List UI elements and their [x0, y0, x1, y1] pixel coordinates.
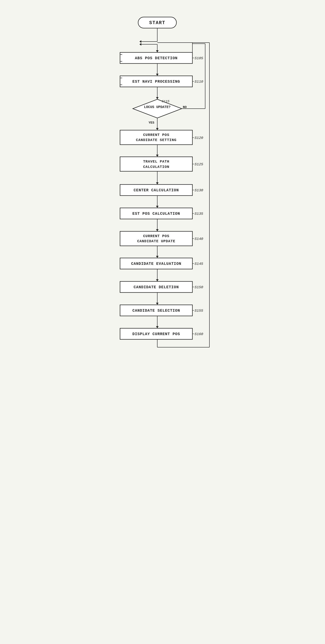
- svg-marker-23: [156, 128, 159, 130]
- s105-step: S105: [195, 56, 203, 60]
- s105-label: ABS POS DETECTION: [135, 56, 178, 60]
- svg-marker-35: [156, 206, 159, 208]
- svg-marker-11: [156, 74, 159, 76]
- svg-rect-24: [120, 130, 192, 145]
- s145-step: S145: [195, 262, 203, 266]
- svg-marker-27: [156, 155, 159, 157]
- s150-step: S150: [195, 285, 203, 289]
- s120-line1: CURRENT POS: [143, 133, 169, 137]
- s130-step: S130: [195, 188, 203, 192]
- s140-line2: CANDIDATE UPDATE: [137, 239, 175, 243]
- s120-step: S120: [195, 136, 203, 140]
- svg-marker-15: [156, 97, 159, 99]
- svg-marker-7: [156, 50, 159, 52]
- svg-rect-40: [120, 231, 192, 246]
- start-label: START: [149, 20, 165, 26]
- svg-marker-47: [156, 279, 159, 282]
- s130-label: CENTER CALCULATION: [133, 188, 179, 192]
- s125-line2: CALCULATION: [143, 165, 169, 169]
- s160-step: S160: [195, 332, 203, 336]
- flowchart: START ABS POS DETECTION S105 EST NAVI PR…: [99, 8, 227, 626]
- s125-step: S125: [195, 162, 203, 166]
- s135-label: EST POS CALCULATION: [132, 212, 180, 216]
- svg-marker-51: [156, 303, 159, 305]
- svg-marker-43: [156, 256, 159, 258]
- s140-step: S140: [195, 237, 203, 241]
- s115-step: S115: [162, 100, 169, 103]
- s110-label: EST NAVI PROCESSING: [132, 80, 180, 84]
- svg-marker-39: [156, 229, 159, 231]
- yes-label: YES: [149, 121, 154, 124]
- s120-line2: CANDIDATE SETTING: [136, 138, 176, 142]
- s125-line1: TRAVEL PATH: [143, 160, 169, 164]
- s135-step: S135: [195, 212, 203, 216]
- s145-label: CANDIDATE EVALUATION: [131, 262, 181, 266]
- svg-marker-55: [156, 326, 159, 328]
- svg-marker-5: [139, 43, 141, 46]
- s155-step: S155: [195, 309, 203, 313]
- s115-label: LOCUS UPDATE?: [144, 105, 170, 109]
- svg-marker-3: [139, 40, 141, 43]
- s150-label: CANDIDATE DELETION: [133, 285, 179, 289]
- s160-label: DISPLAY CURRENT POS: [132, 332, 180, 336]
- svg-rect-28: [120, 157, 192, 171]
- s140-line1: CURRENT POS: [143, 234, 169, 238]
- s155-label: CANDIDATE SELECTION: [132, 308, 180, 313]
- svg-marker-31: [156, 182, 159, 184]
- s110-step: S110: [195, 80, 203, 84]
